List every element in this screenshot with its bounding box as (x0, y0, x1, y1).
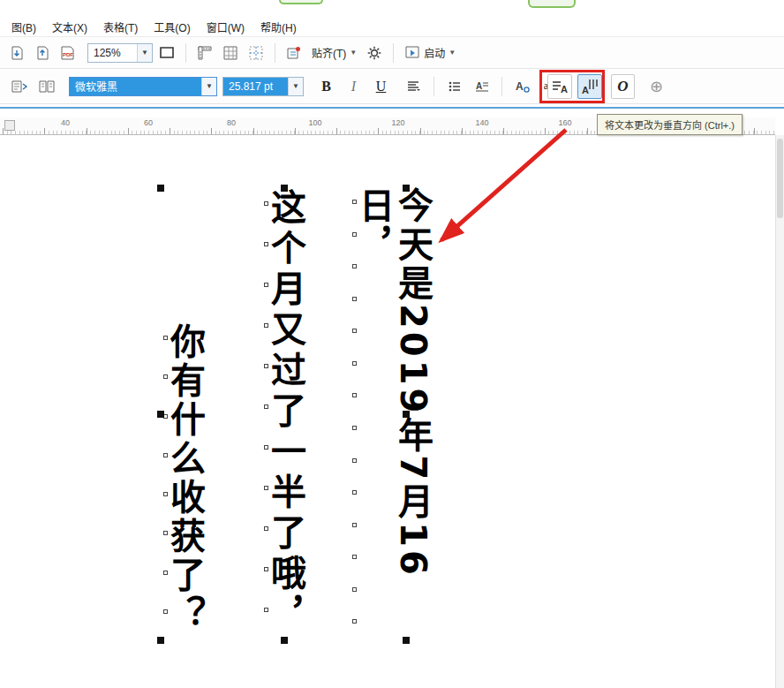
char-node[interactable] (264, 201, 268, 206)
character-formatting-button[interactable]: A (510, 74, 534, 99)
char-node[interactable] (163, 571, 168, 575)
vertical-scrollbar[interactable] (775, 135, 784, 688)
char-node[interactable] (264, 445, 268, 450)
show-guidelines-button[interactable] (245, 42, 268, 64)
char-node[interactable] (264, 364, 268, 368)
full-screen-preview-button[interactable] (155, 42, 178, 64)
selection-handle[interactable] (281, 185, 288, 192)
text-column-left[interactable]: 你有什么收获了？ (166, 323, 205, 636)
selection-handle[interactable] (157, 637, 164, 644)
char-node[interactable] (163, 453, 168, 457)
vertical-text: 你有什么收获了？ (166, 323, 205, 634)
char-node[interactable] (264, 242, 268, 246)
char-node[interactable] (264, 486, 268, 490)
menu-help[interactable]: 帮助(H) (253, 17, 305, 37)
zoom-level-value[interactable]: 125% (88, 44, 137, 62)
bullet-list-icon (447, 79, 463, 95)
font-size-combo[interactable]: 25.817 pt ▼ (222, 77, 304, 96)
character-formatting-icon: A (514, 79, 531, 95)
drawing-canvas[interactable]: 今天是2019年7月16日， 这个月又过了一半了哦， 你有什么收获了？ (0, 135, 784, 688)
show-rulers-button[interactable] (193, 42, 216, 64)
show-grid-button[interactable] (219, 42, 242, 64)
drop-cap-button[interactable]: A (470, 74, 494, 99)
char-node[interactable] (352, 393, 357, 397)
text-frame-options-button[interactable] (7, 74, 31, 99)
grid-icon (222, 45, 238, 61)
text-column-right[interactable]: 今天是2019年7月16日， (355, 187, 394, 639)
font-family-combo[interactable]: 微软雅黑 ▼ (69, 77, 217, 96)
selection-handle[interactable] (403, 185, 410, 192)
text-column-middle[interactable]: 这个月又过了一半了哦， (267, 189, 305, 636)
char-node[interactable] (163, 531, 168, 535)
char-node[interactable] (352, 361, 357, 366)
char-node[interactable] (264, 323, 268, 328)
italic-button[interactable]: I (342, 74, 366, 99)
import-button[interactable] (5, 42, 28, 64)
ruler-tick-label: 80 (220, 118, 243, 127)
font-family-dropdown-arrow[interactable]: ▼ (201, 78, 216, 95)
char-node[interactable] (352, 490, 357, 495)
char-node[interactable] (163, 336, 168, 340)
ruler-origin-icon (4, 120, 15, 131)
char-node[interactable] (352, 587, 357, 592)
menu-bitmap[interactable]: 图(B) (4, 17, 44, 37)
char-node[interactable] (352, 200, 357, 204)
property-bar: 微软雅黑 ▼ 25.817 pt ▼ B I U A (0, 69, 784, 104)
char-node[interactable] (264, 283, 268, 287)
selection-handle[interactable] (403, 411, 410, 418)
menu-tools[interactable]: 工具(O) (146, 17, 198, 37)
snap-dropdown[interactable]: 贴齐(T) ▼ (308, 45, 360, 60)
char-node[interactable] (163, 492, 168, 496)
font-size-dropdown-arrow[interactable]: ▼ (288, 78, 303, 95)
char-node[interactable] (264, 567, 268, 571)
text-columns-button[interactable] (34, 74, 58, 99)
add-customization-button[interactable]: ⊕ (645, 74, 668, 99)
snap-settings-button[interactable] (283, 42, 305, 64)
launch-dropdown[interactable]: 启动 ▼ (401, 45, 459, 61)
char-node[interactable] (352, 297, 357, 301)
font-family-value[interactable]: 微软雅黑 (70, 78, 201, 95)
guidelines-icon (248, 45, 264, 61)
pdf-icon: PDF (59, 45, 77, 61)
selection-handle[interactable] (157, 185, 164, 192)
vertical-text-button[interactable]: A (577, 74, 602, 99)
font-size-value[interactable]: 25.817 pt (223, 78, 288, 95)
options-button[interactable] (363, 42, 386, 64)
bulleted-list-button[interactable] (442, 74, 466, 99)
outline-button[interactable]: O (611, 74, 635, 99)
zoom-dropdown-arrow[interactable]: ▼ (137, 44, 152, 62)
char-node[interactable] (352, 458, 357, 463)
char-node[interactable] (163, 374, 168, 379)
char-node[interactable] (352, 523, 357, 527)
char-node[interactable] (352, 232, 357, 237)
bold-button[interactable]: B (314, 74, 338, 99)
ruler-tick-label: 120 (387, 118, 410, 127)
selection-handle[interactable] (157, 411, 164, 418)
text-alignment-button[interactable] (402, 74, 426, 99)
char-node[interactable] (264, 608, 268, 612)
char-node[interactable] (352, 426, 357, 430)
char-node[interactable] (352, 329, 357, 333)
horizontal-text-button[interactable]: A (547, 74, 572, 99)
char-node[interactable] (264, 526, 268, 531)
align-icon (405, 79, 423, 95)
standard-toolbar: PDF 125% ▼ (0, 37, 784, 69)
export-button[interactable] (31, 42, 54, 64)
svg-text:A: A (561, 84, 568, 95)
ruler-tick-label: 60 (137, 118, 160, 127)
char-node[interactable] (352, 619, 357, 624)
menu-window[interactable]: 窗口(W) (199, 17, 253, 37)
underline-button[interactable]: U (369, 74, 393, 99)
ruler-tick-label: 140 (471, 118, 494, 127)
char-node[interactable] (352, 264, 357, 268)
scrollbar-thumb[interactable] (777, 139, 783, 218)
selection-handle[interactable] (403, 637, 410, 644)
menu-text[interactable]: 文本(X) (44, 17, 95, 37)
char-node[interactable] (264, 404, 268, 409)
selection-handle[interactable] (281, 637, 288, 644)
char-node[interactable] (352, 555, 357, 559)
menu-table[interactable]: 表格(T) (95, 17, 146, 37)
char-node[interactable] (163, 609, 168, 614)
zoom-level-combo[interactable]: 125% ▼ (87, 43, 153, 63)
publish-pdf-button[interactable]: PDF (57, 42, 79, 64)
